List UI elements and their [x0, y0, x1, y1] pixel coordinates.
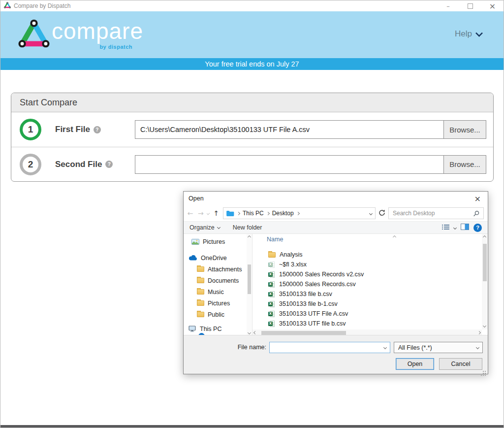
cancel-button[interactable]: Cancel [439, 358, 482, 370]
scroll-down-icon[interactable] [483, 324, 486, 328]
file-row[interactable]: 1500000 Sales Records.csv [252, 279, 482, 289]
sidebar-scrollbar[interactable] [247, 234, 252, 336]
excel-file-icon [268, 321, 275, 327]
help-question-icon[interactable] [105, 161, 113, 168]
sidebar-item-this-pc[interactable]: This PC [184, 323, 247, 334]
open-button[interactable]: Open [396, 358, 434, 370]
file-row[interactable]: 35100133 file b-1.csv [252, 299, 482, 309]
step-2-number: 2 [28, 159, 33, 170]
scrollbar-thumb[interactable] [483, 244, 487, 281]
open-file-dialog: Open × ← → ↑ This PC Desktop [183, 191, 488, 374]
up-button[interactable]: ↑ [213, 209, 220, 217]
file-name: 1500000 Sales Records v2.csv [279, 271, 364, 278]
scroll-up-icon[interactable] [483, 235, 486, 239]
list-vertical-scrollbar[interactable] [482, 234, 488, 329]
history-chevron-icon[interactable] [207, 212, 210, 215]
scroll-up-icon[interactable] [248, 235, 251, 239]
second-file-label: Second File [55, 160, 102, 169]
sidebar-label: Pictures [203, 238, 225, 245]
file-type-dropdown[interactable]: All Files (*.*) [394, 342, 483, 353]
file-row[interactable]: 35100133 UTF file b.csv [252, 319, 482, 329]
app-logo-icon [4, 1, 11, 10]
address-bar[interactable]: This PC Desktop [223, 207, 376, 219]
file-name: 1500000 Sales Records.csv [279, 281, 356, 288]
file-name-input[interactable] [270, 344, 384, 351]
trial-banner: Your free trial ends on July 27 [0, 58, 504, 70]
sidebar-label: Public [208, 311, 224, 318]
column-header-row: Name [252, 234, 482, 245]
new-folder-label: New folder [233, 224, 262, 231]
sidebar-item-documents[interactable]: Documents [184, 275, 247, 286]
search-icon [473, 210, 479, 217]
maximize-button[interactable] [459, 0, 481, 11]
browse-second-button[interactable]: Browse... [443, 155, 486, 174]
breadcrumb-desktop[interactable]: Desktop [272, 210, 294, 217]
forward-button[interactable]: → [197, 209, 204, 217]
help-question-icon[interactable] [94, 126, 101, 133]
sidebar-item-pictures-folder[interactable]: Pictures [184, 297, 247, 309]
scroll-right-icon[interactable] [477, 331, 481, 334]
computer-icon [189, 326, 196, 332]
file-row[interactable]: 35100133 file b.csv [252, 289, 482, 299]
sidebar-item-pictures[interactable]: Pictures [184, 236, 247, 247]
folder-icon [197, 266, 204, 272]
folder-icon [268, 252, 276, 258]
view-mode-chevron-icon[interactable] [453, 226, 457, 229]
chevron-down-icon [217, 225, 220, 229]
file-row[interactable]: 1500000 Sales Records v2.csv [252, 269, 482, 279]
sidebar-item-music[interactable]: Music [184, 286, 247, 297]
sidebar-label: Documents [208, 277, 239, 284]
file-name: 35100133 UTF file b.csv [279, 320, 346, 327]
view-mode-button[interactable] [442, 224, 449, 231]
dialog-help-icon[interactable] [473, 224, 482, 232]
file-row[interactable]: 35100133 UTF File A.csv [252, 309, 482, 319]
first-file-input[interactable] [135, 120, 444, 139]
step-1-number: 1 [28, 124, 33, 135]
dialog-footer: File name: All Files (*.*) Open Cancel [184, 335, 488, 374]
folder-icon [197, 312, 204, 317]
dialog-close-button[interactable]: × [472, 194, 483, 203]
sidebar-label: Pictures [208, 300, 230, 307]
excel-file-icon [268, 311, 275, 317]
logo-tagline: by dispatch [52, 44, 132, 50]
file-name-label: File name: [214, 344, 266, 351]
sidebar-item-attachments[interactable]: Attachments [184, 263, 247, 275]
minimize-button[interactable]: – [437, 0, 459, 11]
window-bottom-edge [0, 425, 504, 428]
address-dropdown-icon[interactable] [369, 211, 373, 215]
sidebar-item-onedrive[interactable]: OneDrive [184, 252, 247, 263]
file-name: 35100133 file b.csv [279, 291, 332, 297]
preview-pane-button[interactable] [461, 224, 469, 231]
organize-menu[interactable]: Organize [189, 224, 220, 231]
second-file-input[interactable] [135, 155, 444, 174]
file-row[interactable]: Analysis [252, 250, 482, 260]
file-name-combobox[interactable] [269, 342, 390, 353]
new-folder-button[interactable]: New folder [233, 224, 262, 231]
sidebar-label: OneDrive [201, 255, 227, 262]
sidebar-label: This PC [200, 326, 221, 332]
scroll-left-icon[interactable] [253, 331, 257, 334]
folder-icon [197, 278, 204, 283]
column-header-name[interactable]: Name [267, 236, 283, 243]
search-input[interactable] [389, 210, 469, 217]
search-box[interactable] [388, 207, 484, 219]
chevron-down-icon[interactable] [383, 346, 387, 349]
scrollbar-thumb[interactable] [248, 264, 251, 294]
excel-file-icon [268, 301, 275, 307]
back-button[interactable]: ← [187, 209, 194, 217]
window-titlebar: Compare by Dispatch – × [0, 0, 504, 11]
resize-grip[interactable] [485, 371, 486, 372]
close-button[interactable]: × [481, 0, 504, 11]
help-menu[interactable]: Help [455, 29, 482, 39]
logo-wordmark: compare [52, 18, 143, 44]
file-row[interactable]: ~$fl 3.xlsx [252, 260, 482, 269]
sidebar-item-public[interactable]: Public [184, 309, 247, 320]
file-type-value: All Files (*.*) [394, 344, 476, 351]
breadcrumb-this-pc[interactable]: This PC [243, 210, 264, 217]
browse-first-button[interactable]: Browse... [443, 120, 486, 139]
onedrive-cloud-icon [189, 255, 197, 261]
scrollbar-thumb[interactable] [261, 331, 346, 335]
dialog-body: Pictures OneDrive Attachments Documents [184, 234, 488, 336]
scroll-down-icon[interactable] [248, 331, 251, 334]
refresh-button[interactable] [378, 209, 385, 218]
